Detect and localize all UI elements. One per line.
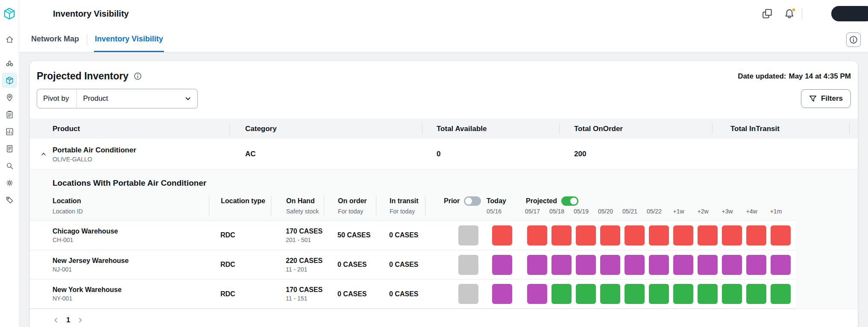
status-cell-05/22[interactable] — [649, 255, 669, 275]
column-today: Today — [487, 196, 518, 207]
sidebar-item-orders[interactable] — [2, 107, 17, 122]
status-cell-05/20[interactable] — [600, 284, 620, 304]
status-cell-05/20[interactable] — [600, 225, 620, 245]
status-cell-05/18[interactable] — [551, 255, 572, 275]
location-row-NJ-001: New Jersey WarehouseNJ-001RDC220 CASES11… — [30, 250, 795, 279]
location-type: RDC — [220, 261, 271, 269]
column-location-type: Location type — [221, 196, 271, 207]
tab-network-map[interactable]: Network Map — [30, 27, 80, 52]
locations-table-header: Location Location ID Location type On Ha… — [30, 196, 858, 220]
status-cell-05/19[interactable] — [576, 284, 596, 304]
status-cell-+4w[interactable] — [746, 284, 766, 304]
location-id: CH-001 — [53, 236, 209, 243]
page-info-button[interactable] — [846, 32, 861, 47]
column-total-intransit: Total InTransit — [712, 119, 850, 139]
status-cell-+4w[interactable] — [746, 225, 766, 245]
status-cell-+2w[interactable] — [698, 255, 718, 275]
column-location: Location — [53, 196, 209, 207]
status-cell-+1m[interactable] — [771, 284, 791, 304]
prior-toggle[interactable] — [464, 196, 481, 206]
header-divider — [802, 8, 802, 19]
magnifier-icon — [5, 161, 14, 170]
status-cell-+2w[interactable] — [698, 225, 718, 245]
status-cell-today[interactable] — [492, 284, 512, 304]
status-cell-today[interactable] — [492, 255, 512, 275]
on-hand-value: 170 CASES — [286, 286, 324, 294]
status-cell-05/18[interactable] — [551, 284, 572, 304]
location-rows: Chicago WarehouseCH-001RDC170 CASES201 -… — [30, 220, 795, 309]
sidebar-item-inventory[interactable] — [2, 73, 17, 88]
sidebar-item-documents[interactable] — [2, 141, 17, 156]
status-cell-+3w[interactable] — [722, 284, 742, 304]
status-cell-prior[interactable] — [458, 255, 478, 275]
status-cell-+2w[interactable] — [698, 284, 718, 304]
profile-button[interactable] — [831, 6, 868, 21]
sidebar-item-tags[interactable] — [2, 192, 17, 207]
current-page[interactable]: 1 — [66, 316, 70, 324]
date-column-05/22: 05/22 — [644, 208, 664, 215]
safety-stock-value: 11 - 201 — [286, 266, 324, 273]
in-transit-value: 0 CASES — [389, 290, 425, 298]
sidebar-item-settings[interactable] — [2, 175, 17, 190]
status-cell-+1w[interactable] — [673, 225, 693, 245]
status-cell-05/18[interactable] — [551, 225, 572, 245]
column-projected: Projected — [526, 197, 557, 205]
in-transit-value: 0 CASES — [389, 231, 425, 239]
location-name: New Jersey Warehouse — [53, 257, 209, 265]
products-table: Product Category Total Available Total O… — [30, 119, 858, 309]
product-name: Portable Air Conditioner — [53, 146, 136, 155]
status-cell-05/21[interactable] — [625, 225, 645, 245]
status-cell-05/21[interactable] — [625, 284, 645, 304]
status-cell-+1w[interactable] — [673, 255, 693, 275]
previous-page-button[interactable] — [53, 317, 59, 324]
copy-icon[interactable] — [762, 8, 773, 19]
notifications-bell-icon[interactable] — [784, 8, 795, 19]
card-header: Projected Inventory Date updated:May 14 … — [30, 61, 858, 82]
on-hand-value: 170 CASES — [286, 228, 324, 235]
document-icon — [5, 144, 14, 153]
status-cell-05/22[interactable] — [649, 225, 669, 245]
status-cell-05/19[interactable] — [576, 255, 596, 275]
status-cell-+4w[interactable] — [746, 255, 766, 275]
status-cell-+1w[interactable] — [673, 284, 693, 304]
date-column-+1m: +1m — [766, 208, 786, 215]
tab-inventory-visibility[interactable]: Inventory Visibility — [94, 27, 164, 52]
sidebar-item-locations[interactable] — [2, 90, 17, 105]
chevron-right-icon — [77, 317, 84, 324]
clipboard-icon — [5, 110, 14, 119]
date-column-05/21: 05/21 — [620, 208, 640, 215]
status-cell-today[interactable] — [492, 225, 512, 245]
next-page-button[interactable] — [77, 317, 84, 324]
status-cell-prior[interactable] — [458, 284, 478, 304]
status-cell-+3w[interactable] — [722, 225, 742, 245]
date-column-+4w: +4w — [742, 208, 762, 215]
column-on-order: On order — [338, 196, 376, 207]
status-cell-+1m[interactable] — [771, 225, 791, 245]
status-cell-05/20[interactable] — [600, 255, 620, 275]
status-cell-05/19[interactable] — [576, 225, 596, 245]
projected-toggle[interactable] — [561, 196, 578, 206]
sidebar-item-home[interactable] — [2, 32, 17, 47]
location-row-NY-001: New York WarehouseNY-001RDC170 CASES11 -… — [30, 279, 795, 309]
in-transit-value: 0 CASES — [389, 261, 425, 269]
collapse-row-button[interactable] — [38, 149, 49, 159]
status-cell-05/17[interactable] — [527, 225, 547, 245]
filters-button[interactable]: Filters — [801, 89, 851, 108]
info-icon[interactable] — [134, 72, 142, 80]
sidebar-item-search[interactable] — [2, 158, 17, 173]
column-category: Category — [229, 119, 422, 139]
status-cell-+1m[interactable] — [771, 255, 791, 275]
sidebar-item-explore[interactable] — [2, 55, 17, 71]
pivot-by-select[interactable]: Pivot by Product — [37, 89, 198, 108]
status-cell-05/21[interactable] — [625, 255, 645, 275]
column-in-transit: In transit — [390, 196, 425, 207]
status-cell-05/17[interactable] — [527, 255, 547, 275]
status-cell-prior[interactable] — [458, 225, 478, 245]
date-updated-label: Date updated: — [738, 72, 786, 80]
status-cell-05/17[interactable] — [527, 284, 547, 304]
app-logo[interactable] — [0, 0, 19, 27]
status-cell-05/22[interactable] — [649, 284, 669, 304]
sidebar-item-analytics[interactable] — [2, 124, 17, 139]
status-cell-+3w[interactable] — [722, 255, 742, 275]
top-header: Inventory Visibility — [19, 0, 868, 27]
